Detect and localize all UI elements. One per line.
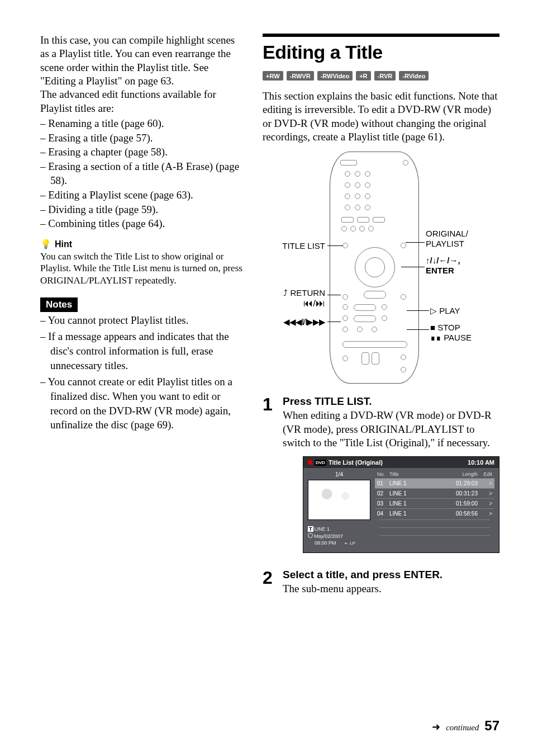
callout-original-playlist: ORIGINAL/ PLAYLIST: [426, 229, 468, 248]
screen-bottom-lines: [375, 518, 494, 547]
badge-plus-rw: +RW: [263, 71, 283, 81]
table-row[interactable]: 01 LINE 1 01:29:03 >: [375, 478, 494, 488]
row-edit-arrow: >: [478, 480, 492, 486]
disc-badges: +RW -RWVR -RWVideo +R -RVR -RVideo: [263, 71, 499, 81]
rec-mode: LP: [350, 541, 355, 546]
row-title: LINE 1: [389, 511, 448, 517]
continued-label: continued: [446, 723, 479, 733]
row-title: LINE 1: [389, 490, 448, 497]
list-item: Erasing a section of a title (A-B Erase)…: [40, 159, 242, 188]
screen-column-headers: No. Title Length Edit: [375, 471, 494, 478]
remote-diagram: TITLE LIST ⤴ RETURN ⏮/⏭ ◀◀◀Ⅰ/Ⅰ▶▶▶ ORIGIN…: [263, 152, 499, 392]
badge-minus-rvideo: -RVideo: [399, 71, 429, 81]
screen-count: 1/4: [308, 471, 370, 478]
badge-minus-rwvideo: -RWVideo: [317, 71, 353, 81]
callout-stop-pause: ■ STOP ∎∎ PAUSE: [430, 323, 472, 342]
row-no: 01: [377, 480, 389, 486]
callout-return: ⤴ RETURN: [258, 288, 325, 297]
list-item: You cannot create or edit Playlist title…: [40, 375, 242, 432]
intro-paragraph-2: The advanced edit functions available fo…: [40, 88, 242, 115]
section-intro: This section explains the basic edit fun…: [263, 89, 499, 144]
callout-prev-next: ⏮/⏭: [258, 298, 325, 309]
clock-icon: [308, 533, 313, 538]
list-item: Erasing a chapter (page 58).: [40, 145, 242, 159]
row-no: 02: [377, 490, 389, 497]
record-icon: [308, 460, 312, 465]
row-title: LINE 1: [389, 480, 448, 486]
list-item: You cannot protect Playlist titles.: [40, 313, 242, 328]
list-item: Combining titles (page 64).: [40, 216, 242, 231]
table-row[interactable]: 03 LINE 1 01:59:00 >: [375, 498, 494, 508]
row-len: 01:29:03: [448, 480, 478, 486]
selected-title: LINE 1: [315, 526, 330, 532]
list-item: Renaming a title (page 60).: [40, 116, 242, 131]
step-number-2: 2: [263, 569, 275, 596]
continued-arrow-icon: ➜: [432, 721, 440, 733]
row-len: 00:58:56: [448, 511, 478, 517]
section-heading: Editing a Title: [263, 41, 499, 63]
list-item: If a message appears and indicates that …: [40, 329, 242, 372]
row-len: 01:59:00: [448, 500, 478, 507]
hint-label: Hint: [55, 239, 72, 249]
selected-date: May/02/2007: [314, 533, 343, 539]
row-edit-arrow: >: [478, 511, 492, 517]
badge-minus-rvr: -RVR: [374, 71, 396, 81]
step-1-desc: When editing a DVD-RW (VR mode) or DVD-R…: [283, 409, 499, 450]
screen-title-text: Title List (Original): [329, 459, 383, 466]
intro-paragraph-1: In this case, you can compile highlight …: [40, 34, 242, 88]
badge-plus-r: +R: [356, 71, 370, 81]
heading-rule: [263, 34, 499, 37]
screen-time: 10:10 AM: [468, 459, 494, 466]
callout-return-text: RETURN: [291, 288, 326, 297]
callout-arrows-enter: ↑/↓/←/→, ENTER: [426, 256, 460, 275]
col-title: Title: [389, 471, 448, 477]
list-item: Dividing a title (page 59).: [40, 202, 242, 217]
dvd-icon: DVD: [315, 460, 326, 466]
callout-play: ▷ PLAY: [430, 306, 460, 315]
hint-icon: 💡: [40, 239, 51, 249]
remote-body: [330, 152, 419, 384]
callout-title-list: TITLE LIST: [258, 241, 325, 251]
badge-minus-rwvr: -RWVR: [287, 71, 314, 81]
row-edit-arrow: >: [478, 490, 492, 497]
callout-rew-fwd: ◀◀◀Ⅰ/Ⅰ▶▶▶: [253, 317, 325, 327]
row-edit-arrow: >: [478, 500, 492, 507]
col-no: No.: [377, 471, 389, 477]
list-item: Erasing a title (page 57).: [40, 131, 242, 145]
page-number: 57: [484, 718, 499, 734]
selected-time: 08:00 PM: [315, 540, 336, 546]
row-len: 00:31:23: [448, 490, 478, 497]
row-title: LINE 1: [389, 500, 448, 507]
rec-mode-icon: 📼 LP: [343, 541, 355, 546]
notes-badge: Notes: [40, 297, 78, 312]
row-no: 04: [377, 511, 389, 517]
edit-functions-list: Renaming a title (page 60). Erasing a ti…: [40, 116, 242, 231]
step-2-heading: Select a title, and press ENTER.: [283, 569, 499, 581]
table-row[interactable]: 04 LINE 1 00:58:56 >: [375, 508, 494, 518]
list-item: Editing a Playlist scene (page 63).: [40, 188, 242, 202]
notes-list: You cannot protect Playlist titles. If a…: [40, 313, 242, 432]
step-1-heading: Press TITLE LIST.: [283, 395, 499, 408]
step-number-1: 1: [263, 395, 275, 560]
title-list-screen: DVD Title List (Original) 10:10 AM 1/4: [303, 456, 499, 553]
col-edit: Edit: [478, 471, 492, 477]
row-no: 03: [377, 500, 389, 507]
thumbnail: [308, 480, 370, 520]
table-row[interactable]: 02 LINE 1 00:31:23 >: [375, 488, 494, 498]
title-icon: T: [308, 526, 313, 532]
hint-text: You can switch the Title List to show or…: [40, 251, 242, 286]
screen-header-left: DVD Title List (Original): [308, 459, 383, 466]
col-length: Length: [448, 471, 478, 477]
step-2-desc: The sub-menu appears.: [283, 582, 499, 596]
page-footer: ➜ continued 57: [432, 718, 499, 734]
